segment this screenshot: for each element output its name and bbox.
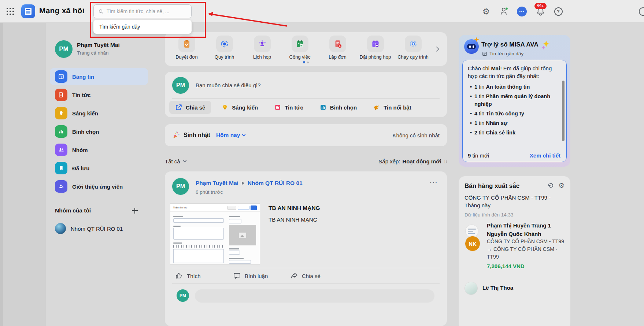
search-input-container[interactable] — [93, 4, 192, 18]
comment-input[interactable] — [195, 289, 434, 303]
comment-button[interactable]: Bình luận — [233, 271, 268, 281]
search-input[interactable] — [107, 8, 187, 14]
megaphone-icon — [373, 104, 380, 111]
left-edge-bar — [0, 23, 3, 326]
feed-filter-dropdown[interactable]: Tất cả — [165, 158, 186, 164]
sales-person-name: Phạm Thị Huyền Trang 1 — [487, 222, 565, 229]
divider — [172, 98, 440, 99]
sidebar-item-news[interactable]: Tin tức — [50, 86, 148, 103]
sidebar-item-label: Sáng kiến — [72, 110, 98, 116]
sidebar-item-newsfeed[interactable]: Bảng tin — [50, 68, 148, 85]
recent-search-label: Tìm kiếm gần đây — [99, 24, 140, 30]
add-friend-button[interactable] — [498, 0, 511, 23]
post-composer-card: PM Bạn muốn chia sẻ điều gì? Chia sẻ Sán… — [165, 72, 447, 117]
news-icon — [55, 89, 67, 101]
composer-poll-button[interactable]: Bình chọn — [314, 101, 363, 114]
shortcut-approve-request[interactable]: Duyệt đơn — [168, 36, 206, 66]
breadcrumb-arrow-icon — [242, 181, 244, 185]
help-icon: ? — [554, 7, 563, 16]
sales-settings-icon[interactable]: ⚙ — [558, 181, 565, 190]
ava-subtitle: Tin tức gần đây — [489, 51, 523, 56]
composer-actions: Chia sẻ Sáng kiến Tin tức Bình chọn Tin … — [169, 101, 417, 114]
ava-news-summary-list: 1tinAn toàn thông tin 1tinPhần mềm quản … — [468, 83, 560, 137]
thumb-title-text: Thêm tin tức — [173, 206, 187, 209]
share-arrow-icon — [290, 272, 298, 280]
thumb-editor-toolbar — [173, 245, 224, 248]
profile-avatar[interactable]: PM — [55, 40, 73, 58]
sales-entry-text: Phạm Thị Huyền Trang 1 Nguyễn Quốc Khánh… — [487, 222, 565, 269]
page-title: Mạng xã hội — [39, 6, 85, 15]
sidebar-item-groups[interactable]: Nhóm — [50, 141, 148, 158]
post-author-link[interactable]: Phạm Tuyết Mai — [196, 180, 238, 186]
clipboard-check-icon — [178, 36, 195, 52]
avatar — [465, 282, 478, 295]
sidebar-item-saved[interactable]: Đã lưu — [50, 160, 148, 177]
post-menu-button[interactable]: ⋯ — [429, 178, 437, 186]
post-author-avatar[interactable]: PM — [172, 178, 189, 195]
view-detail-link[interactable]: Xem chi tiết — [530, 152, 560, 159]
sales-entry[interactable]: Lê Thị Thoa — [465, 282, 513, 295]
help-button[interactable]: ? — [552, 0, 565, 23]
page-dot-active — [303, 61, 305, 63]
sparkles-icon — [541, 40, 550, 49]
document-plus-red-icon — [329, 36, 346, 52]
shortcut-process[interactable]: Quy trình — [206, 36, 243, 66]
composer-highlight-button[interactable]: Tin nổi bật — [367, 101, 417, 114]
ava-subtitle-row: Tin tức gần đây — [482, 51, 523, 56]
sidebar-item-label: Bình chọn — [72, 129, 99, 135]
sidebar-item-label: Đã lưu — [72, 165, 90, 171]
post-title[interactable]: TB AN NINH MẠNG — [269, 205, 320, 211]
composer-idea-button[interactable]: Sáng kiến — [215, 101, 264, 114]
refresh-icon[interactable] — [547, 183, 554, 189]
shortcut-run-process[interactable]: Chạy quy trình — [394, 36, 432, 66]
post-header: Phạm Tuyết Mai Nhóm QT RỦI RO 01 — [196, 180, 303, 186]
feed-post-card: PM Phạm Tuyết Mai Nhóm QT RỦI RO 01 6 ph… — [165, 171, 447, 326]
sales-person-name: Nguyễn Quốc Khánh — [487, 231, 565, 237]
birthday-filter-dropdown[interactable]: Hôm nay — [216, 132, 245, 138]
divider — [172, 284, 440, 284]
list-item: 1tinAn toàn thông tin — [468, 83, 560, 91]
shortcut-meeting-calendar[interactable]: Lịch họp — [243, 36, 281, 66]
sales-entry[interactable]: NK Phạm Thị Huyền Trang 1 Nguyễn Quốc Kh… — [465, 222, 565, 269]
like-button[interactable]: Thích — [175, 271, 201, 281]
sidebar-group-item[interactable]: Nhóm QT RỦI RO 01 — [50, 221, 148, 237]
messages-button[interactable]: ⋯ — [515, 0, 528, 23]
ava-message-box[interactable]: Chào chị Mai! Em đã giúp chị tổng hợp cá… — [462, 60, 567, 162]
composer-prompt[interactable]: Bạn muốn chia sẻ điều gì? — [196, 82, 261, 88]
app-logo-icon[interactable] — [21, 4, 35, 18]
app-grid-icon[interactable] — [7, 8, 14, 15]
composer-share-button[interactable]: Chia sẻ — [169, 101, 211, 114]
sparkle-small-icon — [474, 37, 480, 43]
feed-filter-row: Tất cả Sắp xếp: Hoạt động mới ↑↓ — [165, 157, 447, 166]
composer-news-button[interactable]: Tin tức — [268, 101, 309, 114]
share-button[interactable]: Chia sẻ — [290, 271, 321, 281]
shortcuts-next-button[interactable] — [432, 45, 441, 53]
top-header: Mạng xã hội Tìm kiếm gần đây ⚙ ⋯ — [0, 0, 644, 23]
thumb-cancel-button — [227, 206, 236, 210]
add-group-button[interactable] — [130, 206, 139, 215]
post-attachment-thumbnail[interactable]: Thêm tin tức — [170, 203, 260, 264]
app-shortcuts-card: Duyệt đơn Quy trình Lịch họp Công việc L… — [165, 32, 447, 66]
shortcut-create-request[interactable]: Lập đơn — [319, 36, 356, 66]
sales-widget-card: Bán hàng xuất sắc ⚙ CÔNG TY CỔ PHẦN CSM … — [459, 176, 570, 326]
feed-sort-control[interactable]: Sắp xếp: Hoạt động mới ↑↓ — [378, 158, 447, 164]
shortcuts-pagination[interactable] — [303, 61, 309, 63]
divider — [172, 268, 440, 268]
post-group-link[interactable]: Nhóm QT RỦI RO 01 — [248, 180, 303, 186]
thumb-editor-area — [173, 249, 224, 263]
settings-button[interactable]: ⚙ — [480, 0, 492, 23]
sidebar-item-polls[interactable]: Bình chọn — [50, 123, 148, 140]
sidebar-item-ideas[interactable]: Sáng kiến — [50, 105, 148, 122]
list-item: 4tinTin tức công ty — [468, 110, 560, 118]
ava-title-row: Trợ lý số MISA AVA — [481, 40, 550, 49]
thumb-publish-button — [251, 205, 257, 210]
sales-widget-subtitle: CÔNG TY CỔ PHẦN CSM - TT99 - Tháng này — [465, 194, 559, 210]
shortcut-book-meeting-room[interactable]: Đặt phòng họp — [356, 36, 394, 66]
shortcut-tasks[interactable]: Công việc — [281, 36, 319, 66]
scrollbar-thumb[interactable] — [562, 81, 565, 141]
cropped-header-icon[interactable] — [639, 7, 644, 16]
recent-search-dropdown[interactable]: Tìm kiếm gần đây — [93, 20, 192, 34]
profile-name[interactable]: Phạm Tuyết Mai — [77, 42, 120, 48]
sidebar-item-referral[interactable]: Giới thiệu ứng viên — [50, 178, 148, 195]
ava-footer: 9 tin mới Xem chi tiết — [468, 152, 560, 159]
